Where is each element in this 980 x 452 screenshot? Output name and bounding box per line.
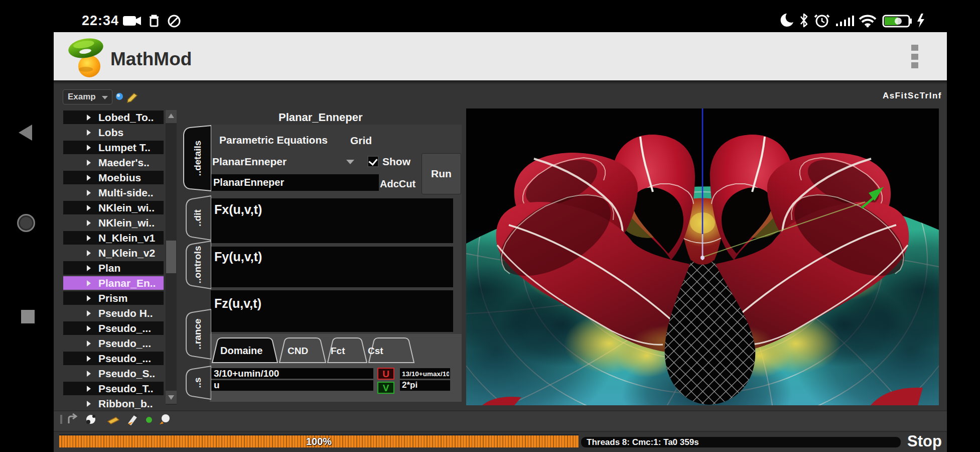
svg-text:..dit: ..dit bbox=[192, 209, 203, 226]
svg-text:..s: ..s bbox=[192, 377, 203, 388]
svg-text:..ontrols: ..ontrols bbox=[192, 246, 203, 284]
svg-text:..rance: ..rance bbox=[192, 318, 203, 349]
svg-text:..details: ..details bbox=[192, 141, 203, 176]
